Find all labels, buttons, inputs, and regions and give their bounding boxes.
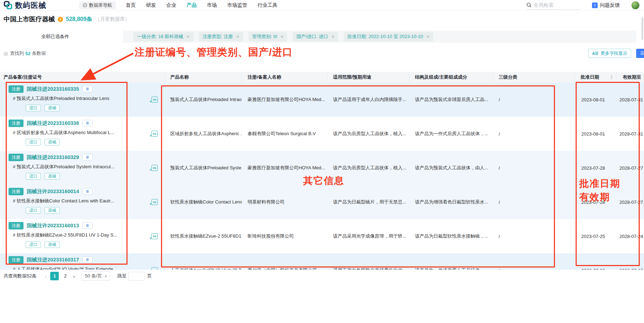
filter-chip-1[interactable]: 注册类型: 注册✕	[199, 32, 243, 41]
scope-cell: 该产品为后房型人工晶状体，植入...	[327, 131, 409, 137]
result-actions: A☰ 更多字段显示 ☰	[588, 49, 640, 58]
attr-tag: 器械	[45, 207, 60, 214]
title-row: 中国上市医疗器械 i 528,809条 （月更数据库）	[0, 11, 644, 28]
close-icon[interactable]: ✕	[236, 35, 239, 39]
nav-right: ! 问题反馈	[526, 1, 640, 10]
product-alias: # 软性亲水接触镜Color Contact Lens with Eautr..…	[13, 198, 125, 204]
reg-type-badge: 注册	[9, 188, 24, 195]
chevron-right-icon[interactable]: ›	[72, 273, 76, 279]
reg-number-link[interactable]: 国械注许20233160013	[27, 222, 79, 229]
approval-date-cell: 2023-08-01	[575, 131, 617, 137]
product-alias: # 预装式人工晶状体Preloaded Intraocular Lens	[13, 95, 125, 102]
col-header-3: 适用范围/预期用途	[327, 72, 409, 83]
structure-cell: 该产品为一件式后房人工晶状体，...	[409, 267, 493, 270]
class-badge: Ⅲ	[82, 120, 93, 126]
close-icon[interactable]: ✕	[280, 35, 284, 39]
registration-cell: 注册 国械注许20233160014 Ⅲ # 软性亲水接触镜Color Cont…	[0, 185, 165, 219]
structure-cell: 该产品为一件式后房人工晶状体，...	[409, 131, 493, 137]
filter-chip-4[interactable]: 批准日期: 2022-10-10 至 2023-10-10✕	[344, 32, 433, 41]
filter-chip-0[interactable]: 一级分类: 16 眼科器械✕	[134, 32, 193, 41]
data-table: 产品备案/注册证号产品名称注册/备案人名称适用范围/预期用途结构及组成/主要组成…	[0, 72, 644, 270]
compass-icon	[83, 3, 87, 7]
chevron-left-icon[interactable]: ‹	[43, 273, 48, 279]
class-badge: Ⅲ	[82, 256, 93, 263]
close-icon[interactable]: ✕	[331, 35, 334, 39]
approval-date-cell: 2023-07-28	[575, 200, 617, 205]
col-header-2: 注册/备案人名称	[242, 72, 327, 83]
nav-item-3[interactable]: 产品	[187, 2, 197, 9]
pagination: 共查询数据52条 ‹ 1 2 › 50 条/页 ▾ 跳至 页	[0, 270, 644, 282]
more-fields-button[interactable]: A☰ 更多字段显示	[588, 49, 631, 58]
filter-chip-3[interactable]: 国产/进口: 进口✕	[293, 32, 338, 41]
filter-chip-2[interactable]: 管理类别: III✕	[249, 32, 287, 41]
brand[interactable]: 数屿医械	[4, 0, 46, 10]
jump-page-input[interactable]	[129, 272, 145, 281]
col-header-6[interactable]: 批准日期▲▼	[575, 72, 617, 83]
page-size-select[interactable]: 50 条/页 ▾	[81, 271, 110, 281]
scrollbar-thumb[interactable]	[642, 17, 643, 40]
attr-tag: 进口	[26, 173, 41, 180]
compare-icon[interactable]: vs+	[151, 233, 158, 239]
compare-icon[interactable]: vs+	[151, 97, 158, 103]
attr-tag: 器械	[45, 139, 60, 145]
approval-date-cell: 2023-07-20	[575, 268, 617, 270]
product-name-cell: 区域折射多焦人工晶状体Aspheric ...	[165, 131, 242, 137]
info-icon[interactable]: i	[58, 17, 63, 22]
table-row[interactable]: 注册 国械注进20233160317 Ⅲ # 人工晶状体AcrySof™ IQ …	[0, 253, 644, 270]
scope-cell: 该产品为后房型人工晶状体，植入...	[327, 165, 409, 171]
reg-number-link[interactable]: 国械注进20233160335	[27, 86, 79, 92]
table-row[interactable]: 注册 国械注进20233160329 Ⅲ # 预装式人工晶状体Preloaded…	[0, 151, 644, 185]
nav-item-5[interactable]: 市场监管	[227, 2, 247, 9]
avatar[interactable]	[631, 1, 640, 10]
attr-tag: 器械	[45, 241, 60, 248]
filter-strip: 全部已选条件 一级分类: 16 眼科器械✕注册类型: 注册✕管理类别: III✕…	[8, 31, 636, 43]
table-body: 注册 国械注进20233160335 Ⅲ # 预装式人工晶状体Preloaded…	[0, 83, 644, 270]
reg-number-link[interactable]: 国械注进20233160338	[27, 120, 79, 127]
export-button-clipped[interactable]: ☰	[636, 49, 644, 58]
search-input[interactable]	[534, 2, 576, 8]
scope-cell: 适用于存在角膜散光且经囊外白内...	[327, 267, 409, 270]
registration-cell: 注册 国械注进20233160317 Ⅲ # 人工晶状体AcrySof™ IQ …	[0, 253, 165, 270]
page-number-2[interactable]: 2	[61, 272, 69, 280]
pagination-total: 共查询数据52条	[4, 273, 36, 279]
sort-icon[interactable]: ▲▼	[610, 75, 613, 80]
structure-cell: 该产品为预装式非球面后房人工晶...	[409, 96, 493, 103]
reg-type-badge: 注册	[9, 85, 24, 93]
compare-icon[interactable]: vs+	[151, 131, 158, 137]
page-number-1[interactable]: 1	[50, 272, 59, 280]
table-row[interactable]: 注册 国械注进20233160338 Ⅲ # 区域折射多焦人工晶状体Aspher…	[0, 117, 644, 151]
table-row[interactable]: 注册 国械注许20233160013 Ⅲ # 软性亲水接触镜EZvue-2 55…	[0, 219, 644, 253]
expiry-date-cell: 2028-07-27	[617, 165, 644, 171]
page-size-value: 50 条/页	[85, 273, 102, 279]
feedback-button[interactable]: ! 问题反馈	[592, 2, 620, 9]
nav-item-1[interactable]: 研发	[146, 2, 156, 9]
result-count: 52	[25, 51, 30, 56]
reg-number-link[interactable]: 国械注许20233160014	[27, 188, 79, 195]
registration-cell: 注册 国械注进20233160338 Ⅲ # 区域折射多焦人工晶状体Aspher…	[0, 117, 165, 151]
global-search[interactable]	[526, 1, 581, 10]
class-badge: Ⅲ	[82, 154, 93, 160]
expiry-date-cell: 2028-07-31	[617, 97, 644, 102]
compare-icon[interactable]: vs+	[151, 199, 158, 205]
close-icon[interactable]: ✕	[186, 35, 189, 39]
close-icon[interactable]: ✕	[426, 35, 430, 39]
category-cell: /	[493, 97, 575, 102]
col-header-4: 结构及组成/主要组成成分	[409, 72, 493, 83]
nav-item-6[interactable]: 行业工具	[258, 2, 277, 9]
nav-item-2[interactable]: 企业	[166, 2, 176, 9]
table-row[interactable]: 注册 国械注许20233160014 Ⅲ # 软性亲水接触镜Color Cont…	[0, 185, 644, 219]
caret-down-icon: ▾	[105, 274, 107, 278]
reg-number-link[interactable]: 国械注进20233160317	[27, 256, 79, 263]
table-row[interactable]: 注册 国械注进20233160335 Ⅲ # 预装式人工晶状体Preloaded…	[0, 83, 644, 117]
category-cell: /	[493, 234, 575, 239]
nav-item-0[interactable]: 首页	[126, 2, 136, 9]
logo-icon	[4, 1, 12, 10]
reg-number-link[interactable]: 国械注进20233160329	[27, 154, 79, 161]
nav-item-4[interactable]: 市场	[207, 2, 217, 9]
jump-label: 跳至	[117, 273, 126, 279]
compare-icon[interactable]: vs+	[151, 165, 158, 171]
compare-icon[interactable]: vs+	[151, 268, 158, 270]
attr-tag: 进口	[26, 105, 41, 111]
db-nav-button[interactable]: 数据库导航	[79, 1, 116, 9]
approval-date-cell: 2023-07-25	[575, 234, 617, 239]
